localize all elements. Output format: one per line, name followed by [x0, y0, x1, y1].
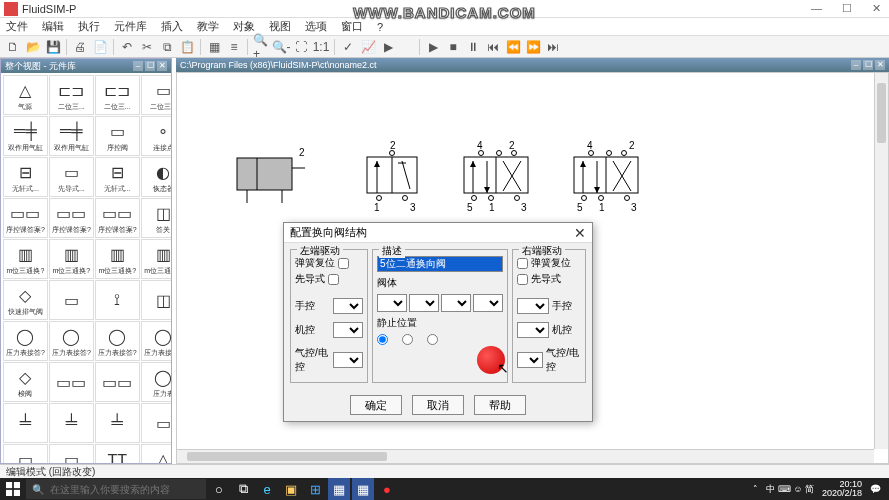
- check-icon[interactable]: ✓: [339, 38, 357, 56]
- description-input[interactable]: [377, 256, 503, 272]
- menu-file[interactable]: 文件: [6, 19, 28, 34]
- notification-icon[interactable]: 💬: [870, 484, 881, 494]
- library-cell[interactable]: ═╪双作用气缸: [49, 116, 94, 156]
- library-cell[interactable]: ◫: [141, 280, 171, 320]
- maximize-button[interactable]: ☐: [838, 2, 856, 15]
- library-cell[interactable]: ⊟无轩式...: [95, 157, 140, 197]
- menu-options[interactable]: 选项: [305, 19, 327, 34]
- ok-button[interactable]: 确定: [350, 395, 402, 415]
- new-icon[interactable]: 🗋: [4, 38, 22, 56]
- library-cell[interactable]: △气源: [3, 75, 48, 115]
- menu-object[interactable]: 对象: [233, 19, 255, 34]
- ime-status[interactable]: 中 ⌨ ☺ 简: [766, 483, 814, 496]
- app1-icon[interactable]: ▦: [328, 478, 350, 500]
- library-cell[interactable]: ⊏⊐二位三...: [95, 75, 140, 115]
- zoom-100-icon[interactable]: 1:1: [312, 38, 330, 56]
- menu-teach[interactable]: 教学: [197, 19, 219, 34]
- edge-icon[interactable]: e: [256, 478, 278, 500]
- undo-icon[interactable]: ↶: [118, 38, 136, 56]
- library-cell[interactable]: ▥m位三通换?: [95, 239, 140, 279]
- library-cell[interactable]: ═╪双作用气缸: [3, 116, 48, 156]
- library-cell[interactable]: ▭序控信号答?: [49, 444, 94, 463]
- valve-3-2[interactable]: 2 1 3: [362, 141, 432, 215]
- library-cell[interactable]: ∘连接点: [141, 116, 171, 156]
- right-mech-select[interactable]: [517, 322, 549, 338]
- library-cell[interactable]: ◯压力表接答?: [95, 321, 140, 361]
- copy-icon[interactable]: ⧉: [158, 38, 176, 56]
- library-cell[interactable]: ▭二位三...: [141, 75, 171, 115]
- close-button[interactable]: ✕: [868, 2, 885, 15]
- library-cell[interactable]: ▭▭序控课答案?: [3, 198, 48, 238]
- dialog-close-icon[interactable]: ✕: [574, 225, 586, 241]
- library-cell[interactable]: ▭: [141, 403, 171, 443]
- library-cell[interactable]: ▭▭序控课答案?: [95, 198, 140, 238]
- lib-close-icon[interactable]: ✕: [157, 61, 167, 71]
- menu-help[interactable]: ?: [377, 21, 383, 33]
- library-cell[interactable]: ◯压力表: [141, 362, 171, 402]
- skip-back-icon[interactable]: ⏮: [484, 38, 502, 56]
- library-cell[interactable]: ⊟无轩式...: [3, 157, 48, 197]
- library-cell[interactable]: ◇梭阀: [3, 362, 48, 402]
- cut-icon[interactable]: ✂: [138, 38, 156, 56]
- body-select-2[interactable]: [409, 294, 439, 312]
- cancel-button[interactable]: 取消: [412, 395, 464, 415]
- menu-view[interactable]: 视图: [269, 19, 291, 34]
- lib-min-icon[interactable]: –: [133, 61, 143, 71]
- step-back-icon[interactable]: ⏪: [504, 38, 522, 56]
- save-icon[interactable]: 💾: [44, 38, 62, 56]
- print-icon[interactable]: 🖨: [71, 38, 89, 56]
- library-cell[interactable]: ╧: [3, 403, 48, 443]
- graph-icon[interactable]: 📈: [359, 38, 377, 56]
- body-select-1[interactable]: [377, 294, 407, 312]
- left-spring-checkbox[interactable]: [338, 258, 349, 269]
- library-cell[interactable]: ╧: [95, 403, 140, 443]
- right-manual-select[interactable]: [517, 298, 549, 314]
- library-cell[interactable]: ▭序控信号答?: [3, 444, 48, 463]
- rest-radio-3[interactable]: [427, 334, 438, 345]
- valve-5-2-a[interactable]: 4 2 5 1 3: [459, 141, 544, 215]
- stop-icon[interactable]: ■: [444, 38, 462, 56]
- library-cell[interactable]: ▭▭: [95, 362, 140, 402]
- menu-edit[interactable]: 编辑: [42, 19, 64, 34]
- cortana-icon[interactable]: ○: [208, 478, 230, 500]
- library-cell[interactable]: ▥m位三通换?: [141, 239, 171, 279]
- taskview-icon[interactable]: ⧉: [232, 478, 254, 500]
- library-cell[interactable]: ▭先导式...: [49, 157, 94, 197]
- skip-fwd-icon[interactable]: ⏭: [544, 38, 562, 56]
- minimize-button[interactable]: —: [807, 2, 826, 15]
- menu-run[interactable]: 执行: [78, 19, 100, 34]
- library-cell[interactable]: ╧: [49, 403, 94, 443]
- store-icon[interactable]: ⊞: [304, 478, 326, 500]
- open-icon[interactable]: 📂: [24, 38, 42, 56]
- canvas-close-icon[interactable]: ✕: [875, 60, 885, 70]
- paste-icon[interactable]: 📋: [178, 38, 196, 56]
- menu-insert[interactable]: 插入: [161, 19, 183, 34]
- library-cell[interactable]: ▭▭: [49, 362, 94, 402]
- library-cell[interactable]: ◯压力表接答?: [141, 321, 171, 361]
- help-button[interactable]: 帮助: [474, 395, 526, 415]
- grid-icon[interactable]: ▦: [205, 38, 223, 56]
- rest-radio-1[interactable]: [377, 334, 388, 345]
- rest-radio-2[interactable]: [402, 334, 413, 345]
- library-cell[interactable]: TTTT: [95, 444, 140, 463]
- step-fwd-icon[interactable]: ⏩: [524, 38, 542, 56]
- library-cell[interactable]: ◇快速排气阀: [3, 280, 48, 320]
- left-pneu-select[interactable]: [333, 352, 363, 368]
- clock[interactable]: 20:10 2020/2/18: [822, 480, 862, 498]
- library-cell[interactable]: ▭序控阀: [95, 116, 140, 156]
- taskbar-search[interactable]: 🔍: [26, 479, 206, 499]
- dialog-titlebar[interactable]: 配置换向阀结构 ✕: [284, 223, 592, 243]
- body-select-3[interactable]: [441, 294, 471, 312]
- run-icon[interactable]: ▶: [379, 38, 397, 56]
- menu-window[interactable]: 窗口: [341, 19, 363, 34]
- valve-5-2-b[interactable]: 4 2 5 1 3: [569, 141, 654, 215]
- left-manual-select[interactable]: [333, 298, 363, 314]
- search-input[interactable]: [50, 484, 200, 495]
- system-tray[interactable]: ˄ 中 ⌨ ☺ 简 20:10 2020/2/18 💬: [747, 480, 887, 498]
- zoom-fit-icon[interactable]: ⛶: [292, 38, 310, 56]
- library-cell[interactable]: ◯压力表接答?: [3, 321, 48, 361]
- right-pneu-select[interactable]: [517, 352, 543, 368]
- preview-icon[interactable]: 📄: [91, 38, 109, 56]
- align-icon[interactable]: ≡: [225, 38, 243, 56]
- library-cell[interactable]: ▭▭序控课答案?: [49, 198, 94, 238]
